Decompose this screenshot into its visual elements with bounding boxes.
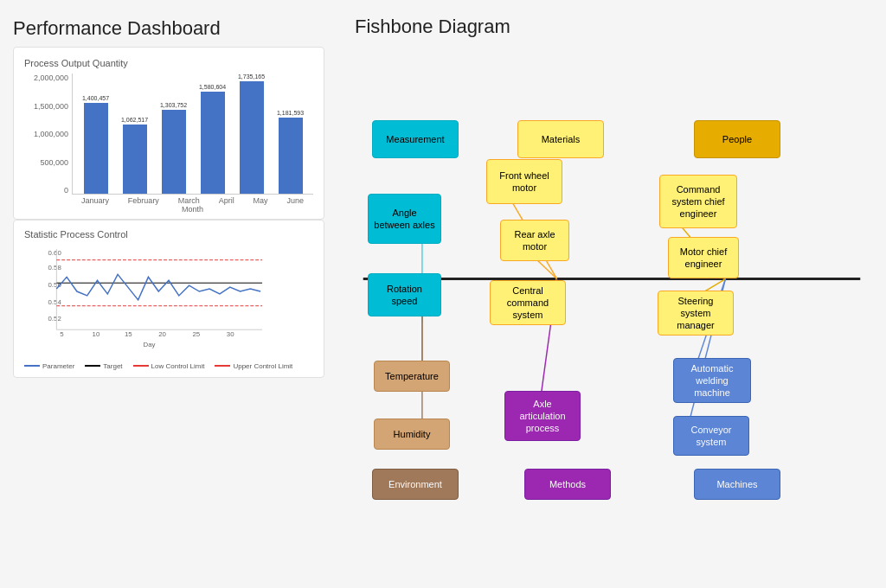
svg-text:20: 20 — [158, 330, 166, 338]
x-axis-title: Month — [24, 205, 313, 214]
legend-upper: Upper Control Limit — [215, 362, 292, 370]
bar-may: 1,735,165 — [238, 74, 265, 194]
legend-parameter: Parameter — [24, 362, 74, 370]
node-central-command: Central command system — [490, 280, 566, 325]
node-steering-manager: Steering system manager — [658, 291, 734, 336]
node-machines: Machines — [694, 469, 780, 500]
bar-jan: 1,400,457 — [82, 95, 109, 194]
left-panel: Performance Dashboard Process Output Qua… — [0, 0, 337, 588]
svg-text:5: 5 — [60, 330, 64, 338]
node-measurement: Measurement — [372, 120, 459, 158]
node-methods: Methods — [524, 469, 611, 500]
node-environment: Environment — [372, 469, 459, 500]
line-chart-svg: 0.60 0.58 0.56 0.54 0.52 5 10 15 20 25 3… — [24, 245, 313, 355]
svg-text:0.60: 0.60 — [48, 249, 62, 257]
line-chart-title: Statistic Process Control — [24, 229, 313, 240]
node-axle-articulation: Axle articulation process — [504, 391, 581, 441]
svg-text:0.52: 0.52 — [48, 315, 61, 323]
legend-target: Target — [85, 362, 122, 370]
node-motor-chief: Motor chief engineer — [668, 237, 739, 278]
line-chart-box: Statistic Process Control 0.60 0.58 0.56… — [13, 220, 324, 378]
svg-text:0.58: 0.58 — [48, 264, 62, 272]
svg-text:10: 10 — [93, 330, 100, 338]
bar-chart-area: 2,000,000 1,500,000 1,000,000 500,000 0 … — [24, 74, 313, 212]
node-materials: Materials — [517, 120, 604, 158]
bar-mar: 1,303,752 — [160, 102, 187, 194]
node-front-wheel-motor: Front wheel motor — [486, 159, 562, 204]
svg-text:Day: Day — [144, 341, 156, 348]
bar-chart-box: Process Output Quantity 2,000,000 1,500,… — [13, 47, 324, 220]
node-temperature: Temperature — [374, 361, 450, 392]
bar-feb: 1,062,517 — [121, 117, 148, 194]
legend-low: Low Control Limit — [133, 362, 205, 370]
right-panel: Fishbone Diagram — [337, 0, 886, 588]
node-angle-between: Angle between axles — [368, 194, 441, 244]
node-automatic-welding: Automatic welding machine — [673, 358, 751, 403]
fishbone-area: Measurement Materials People Environment… — [355, 47, 869, 548]
x-axis: January February March April May June — [24, 196, 313, 205]
bar-jun: 1,181,593 — [277, 110, 304, 194]
y-axis: 2,000,000 1,500,000 1,000,000 500,000 0 — [24, 74, 72, 195]
svg-text:15: 15 — [125, 330, 132, 338]
node-rotation-speed: Rotation speed — [368, 273, 441, 316]
svg-text:0.54: 0.54 — [48, 298, 62, 306]
node-conveyor-system: Conveyor system — [673, 416, 749, 456]
node-people: People — [694, 120, 780, 158]
fishbone-title: Fishbone Diagram — [355, 16, 869, 38]
svg-text:30: 30 — [227, 330, 234, 338]
bars-area: 1,400,457 1,062,517 1,303,752 1,580 — [72, 74, 313, 195]
left-title: Performance Dashboard — [13, 17, 324, 40]
bar-apr: 1,580,604 — [199, 84, 226, 194]
node-command-chief: Command system chief engineer — [659, 175, 737, 228]
node-rear-axle-motor: Rear axle motor — [500, 220, 569, 261]
legend: Parameter Target Low Control Limit Upper… — [24, 362, 313, 370]
svg-text:25: 25 — [193, 330, 201, 338]
bar-chart-title: Process Output Quantity — [24, 58, 313, 68]
node-humidity: Humidity — [374, 419, 450, 450]
